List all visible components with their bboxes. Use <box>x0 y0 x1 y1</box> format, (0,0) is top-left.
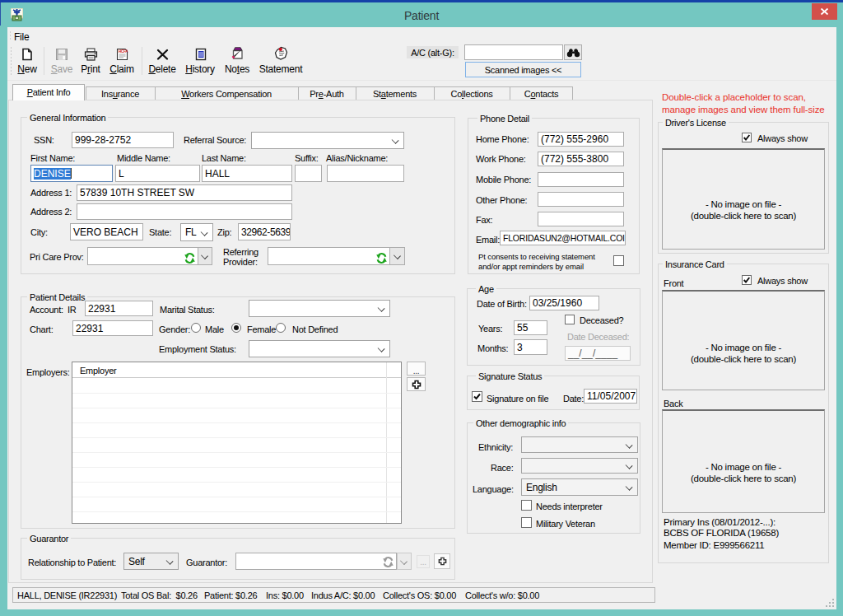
svg-text:HCFA: HCFA <box>119 49 128 54</box>
